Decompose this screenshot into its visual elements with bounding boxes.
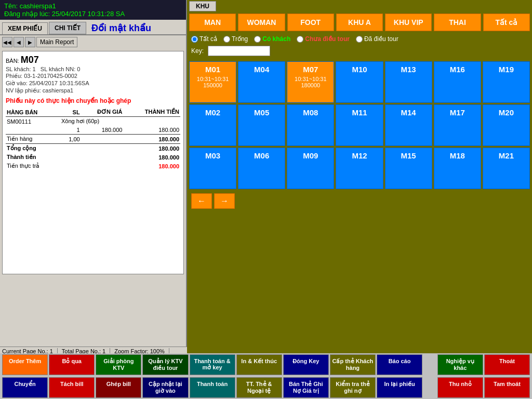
room-name-m10: M10 — [338, 65, 380, 74]
key-input[interactable] — [208, 46, 270, 56]
in-lai-phieu-button[interactable]: In lại phiếu — [377, 377, 422, 398]
room-cell-m09[interactable]: M09 — [287, 148, 334, 189]
room-cell-m10[interactable]: M10 — [336, 61, 383, 103]
tien-thuc-blank2 — [81, 162, 124, 170]
room-cell-m17[interactable]: M17 — [434, 104, 481, 146]
room-name-m05: M05 — [241, 108, 283, 117]
bo-qua-button[interactable]: Bỏ qua — [49, 354, 95, 375]
thu-nho-button[interactable]: Thu nhỏ — [437, 377, 483, 398]
col-sl: SL — [60, 108, 81, 117]
room-cell-m01[interactable]: M0110:31~10:31150000 — [189, 61, 236, 103]
thanh-tien-row: Thành tiền 180.000 — [6, 153, 180, 162]
zone-btn-khu-vip[interactable]: KHU VIP — [385, 14, 432, 31]
cap-the-khach-button[interactable]: Cấp thẻ Khách hàng — [330, 354, 376, 375]
item-total: 180.000 — [123, 126, 180, 135]
room-name-m12: M12 — [338, 151, 380, 160]
radio-chua-dieu-tour[interactable]: Chưa điều tour — [297, 35, 350, 43]
zone-btn-tat-ca[interactable]: Tất cả — [483, 14, 530, 31]
radio-co-khach[interactable]: Có khách — [254, 35, 290, 43]
thoat-button[interactable]: Thoát — [484, 354, 530, 375]
room-price-m01: 150000 — [192, 82, 234, 88]
room-cell-m15[interactable]: M15 — [385, 148, 432, 189]
room-cell-m04[interactable]: M04 — [238, 61, 285, 103]
thanh-tien-blank2 — [81, 153, 124, 162]
item-code: SM00111 — [6, 117, 60, 126]
khu-tab-bar: KHU — [187, 0, 532, 11]
tab-chi-tiet[interactable]: CHI TIẾT — [49, 22, 86, 34]
cap-nhat-gio-button[interactable]: Cập nhật lại giờ vào — [142, 377, 188, 398]
order-them-button[interactable]: Order Thêm — [2, 354, 48, 375]
col-thanh-tien: THÀNH TIỀN — [123, 108, 180, 117]
tt-the-button[interactable]: TT. Thẻ & Ngoại tệ — [236, 377, 282, 398]
tong-cong-row: Tổng cộng 180.000 — [6, 144, 180, 153]
zone-btn-man[interactable]: MAN — [189, 14, 236, 31]
sl-khach-line: SL khách: 1 SL khách NN: 0 — [6, 66, 180, 72]
nav-prev-button[interactable]: ◀ — [14, 37, 24, 47]
thanh-toan-button[interactable]: Thanh toán — [190, 377, 235, 398]
room-cell-m16[interactable]: M16 — [434, 61, 481, 103]
tab-xem-phieu[interactable]: XEM PHIẾU — [2, 22, 48, 34]
kiem-tra-the-button[interactable]: Kiểm tra thẻ ghi nợ — [330, 377, 376, 398]
room-cell-m20[interactable]: M20 — [483, 104, 530, 146]
radio-da-label: Đã điều tour — [364, 35, 398, 43]
tach-bill-button[interactable]: Tách bill — [49, 377, 95, 398]
radio-trong[interactable]: Trống — [223, 35, 248, 43]
giai-phong-ktv-button[interactable]: Giải phòng KTV — [96, 354, 141, 375]
room-cell-m05[interactable]: M05 — [238, 104, 285, 146]
room-cell-m21[interactable]: M21 — [483, 148, 530, 189]
zone-btn-thai[interactable]: THAI — [434, 14, 481, 31]
zone-btn-khu-a[interactable]: KHU A — [336, 14, 383, 31]
room-cell-m08[interactable]: M08 — [287, 104, 334, 146]
tien-hang-row: Tiền hàng 1,00 180.000 — [6, 135, 180, 144]
room-name-m06: M06 — [241, 151, 283, 160]
radio-tat-ca-label: Tất cả — [200, 35, 217, 43]
ban-the-button[interactable]: Bán Thẻ Ghi Nợ Giá trị — [283, 377, 329, 398]
nv-lap-line: NV lập phiếu: cashierspa1 — [6, 87, 180, 94]
filter-radio-row: Tất cả Trống Có khách Chưa điều tour Đã … — [187, 33, 532, 45]
room-name-m17: M17 — [436, 108, 478, 117]
room-cell-m11[interactable]: M11 — [336, 104, 383, 146]
room-time-m07: 10:31~10:31 — [289, 76, 331, 82]
page-next-button[interactable]: → — [214, 193, 235, 209]
zone-btn-woman[interactable]: WOMAN — [238, 14, 285, 31]
ban-value: M07 — [21, 56, 39, 64]
tam-thoat-button[interactable]: Tam thoát — [484, 377, 530, 398]
room-cell-m13[interactable]: M13 — [385, 61, 432, 103]
room-cell-m19[interactable]: M19 — [483, 61, 530, 103]
bao-cao-button[interactable]: Báo cáo — [377, 354, 422, 375]
room-time-m01: 10:31~10:31 — [192, 76, 234, 82]
room-cell-m07[interactable]: M0710:31~10:31180000 — [287, 61, 334, 103]
thanh-toan-mo-key-button[interactable]: Thanh toán & mở key — [190, 354, 235, 375]
ghep-bill-button[interactable]: Ghép bill — [96, 377, 141, 398]
nghiep-vu-khac-button[interactable]: Nghiệp vụ khác — [437, 354, 483, 375]
room-cell-m03[interactable]: M03 — [189, 148, 236, 189]
room-cell-m18[interactable]: M18 — [434, 148, 481, 189]
room-cell-m14[interactable]: M14 — [385, 104, 432, 146]
room-name-m02: M02 — [192, 108, 234, 117]
report-nav-bar: ◀◀ ◀ ▶ Main Report — [0, 35, 186, 49]
user-name-row: Tên: cashierspa1 — [4, 2, 182, 10]
nav-first-button[interactable]: ◀◀ — [2, 37, 12, 47]
col-hang-ban: HÀNG BÁN — [6, 108, 60, 117]
room-cell-m06[interactable]: M06 — [238, 148, 285, 189]
tien-hang-qty: 1,00 — [60, 135, 81, 144]
main-report-label[interactable]: Main Report — [36, 37, 77, 47]
item-name: Xông hơi (60p) — [60, 117, 180, 126]
nav-next-button[interactable]: ▶ — [25, 37, 35, 47]
khu-tab[interactable]: KHU — [189, 1, 216, 11]
page-prev-button[interactable]: ← — [191, 193, 212, 209]
room-name-m04: M04 — [241, 65, 283, 74]
room-cell-m02[interactable]: M02 — [189, 104, 236, 146]
bottom-buttons: Order Thêm Bỏ qua Giải phòng KTV Quản lý… — [0, 353, 532, 399]
room-name-m07: M07 — [289, 65, 331, 74]
zone-btn-foot[interactable]: FOOT — [287, 14, 334, 31]
room-cell-m12[interactable]: M12 — [336, 148, 383, 189]
dong-key-button[interactable]: Đóng Key — [283, 354, 329, 375]
chuyen-button[interactable]: Chuyển — [2, 377, 48, 398]
ten-label: Tên: — [4, 2, 18, 10]
radio-da-dieu-tour[interactable]: Đã điều tour — [356, 35, 398, 43]
thanh-tien-total: 180.000 — [123, 153, 180, 162]
in-ket-thuc-button[interactable]: In & Kết thúc — [236, 354, 282, 375]
radio-tat-ca[interactable]: Tất cả — [191, 35, 217, 43]
quan-ly-ktv-button[interactable]: Quản lý KTV điều tour — [142, 354, 188, 375]
